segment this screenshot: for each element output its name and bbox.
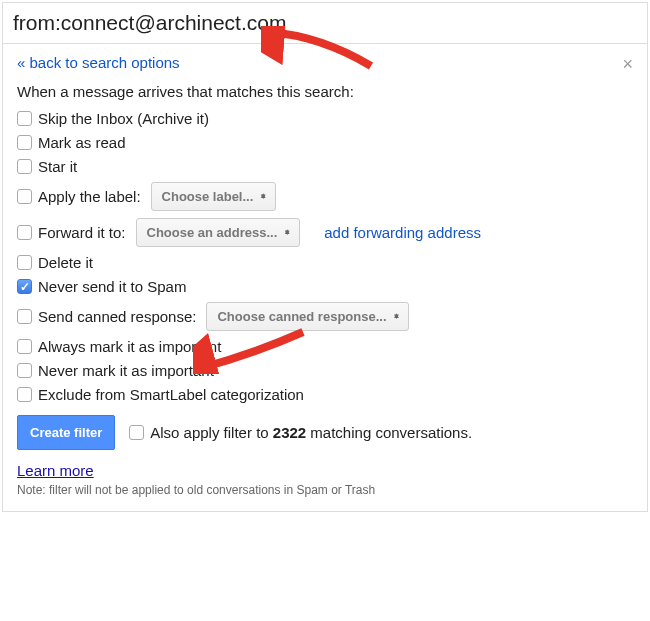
- option-star: Star it: [17, 158, 633, 175]
- label-apply-label: Apply the label:: [38, 188, 141, 205]
- option-mark-read: Mark as read: [17, 134, 633, 151]
- label-star: Star it: [38, 158, 77, 175]
- label-skip-inbox: Skip the Inbox (Archive it): [38, 110, 209, 127]
- search-query[interactable]: from:connect@archinect.com: [3, 3, 647, 44]
- label-never-spam: Never send it to Spam: [38, 278, 186, 295]
- option-skip-inbox: Skip the Inbox (Archive it): [17, 110, 633, 127]
- also-apply-text: Also apply filter to 2322 matching conve…: [150, 424, 472, 441]
- note-text: Note: filter will not be applied to old …: [17, 483, 633, 497]
- checkbox-apply-label[interactable]: [17, 189, 32, 204]
- create-filter-button[interactable]: Create filter: [17, 415, 115, 450]
- back-to-search-link[interactable]: « back to search options: [17, 54, 180, 71]
- updown-icon: ▲▼: [259, 196, 267, 197]
- checkbox-star[interactable]: [17, 159, 32, 174]
- label-canned: Send canned response:: [38, 308, 196, 325]
- dropdown-choose-canned-text: Choose canned response...: [217, 309, 386, 324]
- label-forward: Forward it to:: [38, 224, 126, 241]
- checkbox-delete[interactable]: [17, 255, 32, 270]
- learn-more-link[interactable]: Learn more: [17, 462, 94, 479]
- checkbox-mark-read[interactable]: [17, 135, 32, 150]
- option-canned: Send canned response: Choose canned resp…: [17, 302, 633, 331]
- checkbox-never-important[interactable]: [17, 363, 32, 378]
- dropdown-choose-canned[interactable]: Choose canned response... ▲▼: [206, 302, 409, 331]
- checkbox-always-important[interactable]: [17, 339, 32, 354]
- checkbox-also-apply[interactable]: [129, 425, 144, 440]
- option-delete: Delete it: [17, 254, 633, 271]
- option-forward: Forward it to: Choose an address... ▲▼ a…: [17, 218, 633, 247]
- dropdown-choose-address-text: Choose an address...: [147, 225, 278, 240]
- add-forwarding-link[interactable]: add forwarding address: [324, 224, 481, 241]
- option-never-spam: Never send it to Spam: [17, 278, 633, 295]
- footer-row: Create filter Also apply filter to 2322 …: [17, 415, 633, 450]
- label-mark-read: Mark as read: [38, 134, 126, 151]
- label-delete: Delete it: [38, 254, 93, 271]
- also-apply-post: matching conversations.: [306, 424, 472, 441]
- dropdown-choose-address[interactable]: Choose an address... ▲▼: [136, 218, 301, 247]
- updown-icon: ▲▼: [393, 316, 401, 317]
- close-icon[interactable]: ×: [622, 54, 633, 75]
- dropdown-choose-label[interactable]: Choose label... ▲▼: [151, 182, 277, 211]
- label-always-important: Always mark it as important: [38, 338, 221, 355]
- also-apply-pre: Also apply filter to: [150, 424, 273, 441]
- intro-text: When a message arrives that matches this…: [17, 83, 633, 100]
- filter-content: × « back to search options When a messag…: [3, 44, 647, 511]
- checkbox-canned[interactable]: [17, 309, 32, 324]
- dropdown-choose-label-text: Choose label...: [162, 189, 254, 204]
- label-never-important: Never mark it as important: [38, 362, 214, 379]
- updown-icon: ▲▼: [283, 232, 291, 233]
- option-never-important: Never mark it as important: [17, 362, 633, 379]
- checkbox-exclude-smartlabel[interactable]: [17, 387, 32, 402]
- checkbox-skip-inbox[interactable]: [17, 111, 32, 126]
- option-apply-label: Apply the label: Choose label... ▲▼: [17, 182, 633, 211]
- checkbox-forward[interactable]: [17, 225, 32, 240]
- option-always-important: Always mark it as important: [17, 338, 633, 355]
- also-apply-count: 2322: [273, 424, 306, 441]
- filter-panel: from:connect@archinect.com × « back to s…: [2, 2, 648, 512]
- option-exclude-smartlabel: Exclude from SmartLabel categorization: [17, 386, 633, 403]
- checkbox-never-spam[interactable]: [17, 279, 32, 294]
- label-exclude-smartlabel: Exclude from SmartLabel categorization: [38, 386, 304, 403]
